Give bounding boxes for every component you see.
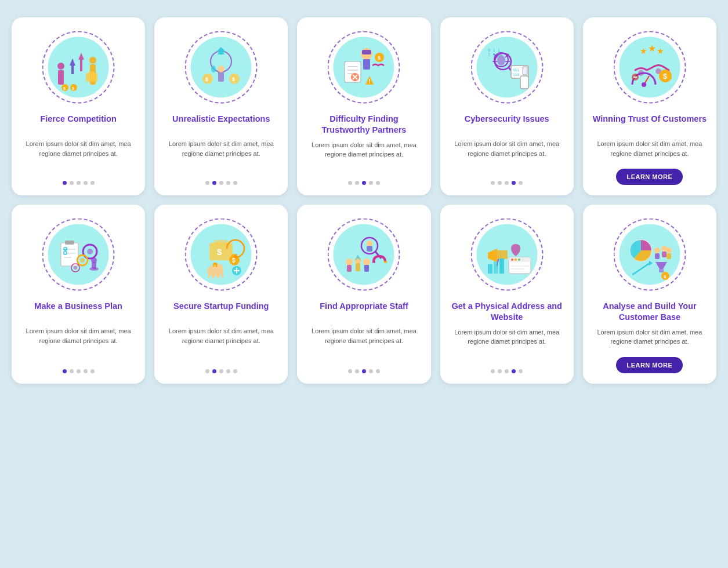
business-plan-icon [52, 228, 104, 281]
svg-rect-101 [367, 246, 372, 252]
dot-0 [348, 369, 352, 373]
card-winning-trust: ★ ★ ★ $ Winning Trust Of Customers Lore [583, 17, 716, 195]
svg-text:011: 011 [513, 68, 519, 72]
fierce-competition-icon: $ $ [52, 41, 104, 93]
dot-3 [226, 181, 230, 185]
physical-address-icon [481, 228, 533, 281]
card-title-winning-trust: Winning Trust Of Customers [593, 114, 707, 134]
dot-1 [498, 369, 502, 373]
dot-0 [491, 369, 495, 373]
icon-area-cybersecurity: 011 110 0 1 1 1 0 1 [466, 27, 548, 108]
svg-text:$: $ [72, 86, 74, 91]
dot-0 [348, 181, 352, 185]
svg-text:1 0 1: 1 0 1 [488, 53, 500, 57]
dot-1 [498, 181, 502, 185]
svg-point-100 [367, 241, 372, 246]
dot-3 [512, 181, 516, 185]
svg-text:$: $ [214, 264, 216, 268]
svg-point-79 [74, 266, 77, 270]
icon-area-unrealistic: $ $ [180, 27, 262, 108]
learn-more-button-1[interactable]: LEARN MORE [616, 169, 683, 185]
dot-1 [355, 181, 359, 185]
svg-marker-130 [655, 262, 667, 269]
dot-4 [233, 369, 237, 373]
svg-point-23 [211, 65, 216, 72]
dot-0 [491, 181, 495, 185]
unrealistic-expectations-icon: $ $ [195, 41, 247, 93]
card-dots-startup-funding [205, 366, 237, 373]
card-physical-address: Get a Physical Address and Website Lorem… [440, 205, 574, 384]
dot-2 [362, 181, 366, 185]
svg-point-77 [91, 257, 97, 263]
dot-4 [519, 369, 523, 373]
dot-4 [376, 369, 380, 373]
svg-point-128 [666, 247, 672, 253]
dot-3 [226, 369, 230, 373]
card-dots-physical-address [491, 366, 523, 373]
svg-text:★: ★ [657, 46, 664, 56]
svg-rect-26 [363, 59, 370, 70]
svg-text:0 1 1: 0 1 1 [488, 48, 500, 53]
dot-4 [376, 181, 380, 185]
icon-area-analyse-build: $ [609, 214, 690, 295]
svg-rect-129 [667, 253, 671, 259]
card-cybersecurity: 011 110 0 1 1 1 0 1 Cybersecurity Issues… [440, 17, 574, 195]
dot-3 [369, 181, 373, 185]
card-dots-cybersecurity [491, 177, 523, 185]
card-body-fierce-competition: Lorem ipsum dolor sit dim amet, mea regi… [20, 139, 137, 172]
svg-line-86 [213, 275, 213, 279]
difficulty-finding-icon: ! $ [338, 41, 390, 93]
svg-rect-5 [71, 65, 74, 74]
svg-text:$: $ [232, 77, 235, 82]
dot-2 [77, 181, 81, 185]
svg-rect-0 [58, 70, 64, 85]
svg-text:$: $ [664, 274, 667, 279]
svg-rect-111 [497, 250, 508, 259]
svg-rect-12 [86, 73, 97, 82]
icon-area-physical-address [466, 214, 548, 295]
dot-1 [355, 369, 359, 373]
card-body-cybersecurity: Lorem ipsum dolor sit dim amet, mea regi… [448, 139, 566, 172]
dot-2 [219, 181, 223, 185]
icon-area-find-staff [323, 214, 404, 295]
svg-point-106 [363, 258, 370, 265]
card-unrealistic-expectations: $ $ Unrealistic Expectations Lorem ipsum… [154, 17, 288, 195]
card-fierce-competition: $ $ Fierce Competition Lorem ipsum dolor… [12, 17, 145, 195]
icon-area-business-plan [38, 214, 119, 295]
svg-rect-122 [499, 258, 504, 274]
card-analyse-build: $ Analyse and Build Your Customer Base L… [583, 205, 716, 384]
dot-2 [219, 369, 223, 373]
svg-point-3 [89, 57, 96, 64]
svg-text:$: $ [378, 55, 381, 61]
card-dots-difficulty [348, 177, 380, 185]
find-staff-icon [338, 228, 390, 281]
card-dots-business-plan [63, 366, 95, 373]
svg-point-84 [218, 264, 223, 269]
card-title-analyse-build: Analyse and Build Your Customer Base [591, 301, 708, 323]
dot-1 [70, 369, 74, 373]
svg-line-88 [222, 274, 223, 278]
card-title-startup-funding: Secure Startup Funding [173, 301, 269, 322]
svg-rect-131 [659, 269, 664, 272]
icon-area-difficulty: ! $ [323, 27, 404, 108]
dot-0 [205, 369, 209, 373]
card-body-find-staff: Lorem ipsum dolor sit dim amet, mea regi… [305, 326, 422, 360]
svg-point-124 [654, 247, 660, 253]
svg-rect-81 [214, 240, 228, 245]
svg-rect-125 [655, 253, 660, 259]
dot-0 [63, 181, 67, 185]
card-dots-find-staff [348, 366, 380, 373]
svg-rect-49 [520, 76, 528, 89]
startup-funding-icon: $ $ $ [195, 228, 247, 281]
svg-rect-50 [523, 67, 527, 75]
svg-line-85 [208, 274, 209, 278]
winning-trust-icon: ★ ★ ★ $ [624, 41, 676, 93]
svg-rect-105 [356, 263, 360, 271]
svg-text:★: ★ [640, 46, 647, 56]
icon-area-fierce-competition: $ $ [38, 27, 119, 108]
svg-rect-13 [89, 71, 95, 74]
learn-more-button-2[interactable]: LEARN MORE [616, 357, 683, 373]
svg-rect-127 [662, 252, 667, 257]
svg-point-116 [515, 258, 517, 261]
card-title-unrealistic: Unrealistic Expectations [172, 114, 270, 134]
